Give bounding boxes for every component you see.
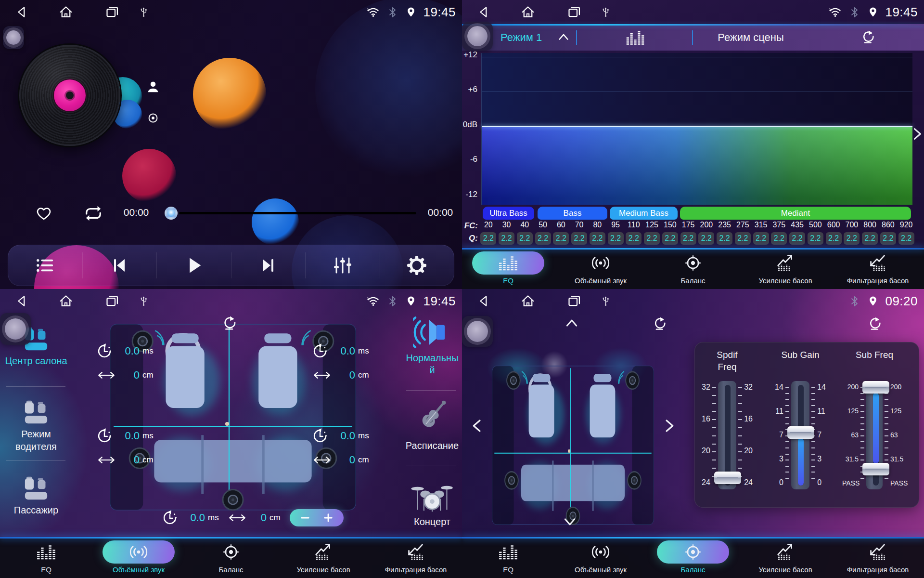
back-icon[interactable] [476,294,491,308]
chevron-right-icon[interactable] [907,126,924,142]
scene-item[interactable]: Нормальный [402,315,462,376]
reset-icon[interactable] [221,315,238,331]
chevron-left-icon[interactable] [468,418,486,434]
back-icon[interactable] [476,5,491,19]
slider-track[interactable] [718,381,736,489]
tab[interactable]: Усиление басов [739,248,832,289]
chevron-right-icon[interactable] [661,418,678,434]
q-value-chip[interactable]: 2.2 [517,232,533,245]
q-value-chip[interactable]: 2.2 [608,232,624,245]
q-value-chip[interactable]: 2.2 [717,232,732,245]
tab[interactable]: Баланс [647,248,739,289]
scene-item[interactable]: Концерт [402,475,462,527]
repeat-icon[interactable] [82,204,105,223]
q-value-chip[interactable]: 2.2 [480,232,496,245]
q-value-chip[interactable]: 2.2 [644,232,660,245]
scene-mode-button[interactable]: Режим сцены [698,31,804,44]
album-disc-icon[interactable] [147,112,159,124]
next-track-icon[interactable] [258,256,278,275]
band-chip-mediant[interactable]: Mediant [680,207,911,220]
preset-selector[interactable]: Режим 1 [500,31,542,44]
user-avatar[interactable] [462,22,493,51]
tab[interactable]: Баланс [647,537,739,578]
tab[interactable]: Фильтрация басов [832,248,924,289]
tab[interactable]: EQ [462,248,554,289]
artist-icon[interactable] [146,79,160,94]
tab[interactable]: Объёмный звук [554,537,647,578]
reset-icon[interactable] [867,316,883,331]
q-value-chip[interactable]: 2.2 [553,232,569,245]
tab[interactable]: EQ [0,537,92,578]
home-icon[interactable] [59,5,73,19]
chevron-down-icon[interactable] [561,514,578,529]
slider-track[interactable] [791,381,809,489]
q-value-chip[interactable]: 2.2 [753,232,769,245]
favorite-icon[interactable] [35,204,53,222]
q-value-chip[interactable]: 2.2 [499,232,514,245]
slider-thumb[interactable] [787,426,814,439]
q-value-chip[interactable]: 2.2 [826,232,842,245]
user-avatar[interactable] [462,316,493,347]
user-avatar[interactable] [3,26,24,49]
q-value-chip[interactable]: 2.2 [735,232,751,245]
recents-icon[interactable] [567,294,581,308]
user-avatar[interactable] [0,313,31,345]
recents-icon[interactable] [105,294,119,308]
scene-item[interactable]: Расписание [402,396,462,451]
q-value-chip[interactable]: 2.2 [880,232,896,245]
q-value-chip[interactable]: 2.2 [898,232,914,245]
q-value-chip[interactable]: 2.2 [662,232,678,245]
q-value-chip[interactable]: 2.2 [590,232,605,245]
car-cabin-map[interactable] [492,366,654,525]
band-chip-medium-bass[interactable]: Medium Bass [610,207,678,220]
settings-gear-icon[interactable] [407,255,427,276]
back-icon[interactable] [14,294,29,308]
home-icon[interactable] [521,294,535,308]
eq-bars-icon[interactable] [626,29,645,46]
tab[interactable]: EQ [462,537,554,578]
slider-track[interactable] [866,381,883,489]
q-value-chip[interactable]: 2.2 [571,232,587,245]
play-icon[interactable] [183,255,205,276]
tab[interactable]: Фильтрация басов [832,537,924,578]
q-value-chip[interactable]: 2.2 [680,232,696,245]
recents-icon[interactable] [105,5,119,19]
q-value-chip[interactable]: 2.2 [626,232,642,245]
q-value-chip[interactable]: 2.2 [535,232,551,245]
q-value-chip[interactable]: 2.2 [844,232,860,245]
playlist-icon[interactable] [35,256,55,275]
tab[interactable]: Усиление басов [739,537,832,578]
chevron-up-icon[interactable] [563,316,580,330]
tab[interactable]: Усиление басов [277,537,370,578]
reset-icon[interactable] [652,316,667,331]
home-icon[interactable] [521,5,535,19]
slider-thumb-upper[interactable] [862,381,889,394]
chevron-up-icon[interactable] [556,31,571,43]
previous-track-icon[interactable] [110,256,129,275]
slider-thumb-lower[interactable] [862,463,889,475]
q-value-chip[interactable]: 2.2 [808,232,823,245]
eq-curve-area[interactable] [481,53,912,205]
band-chip-ultra-bass[interactable]: Ultra Bass [483,207,534,220]
home-icon[interactable] [59,294,73,308]
equalizer-sliders-icon[interactable] [332,255,353,276]
back-icon[interactable] [14,5,29,19]
position-item[interactable]: Пассажир [0,476,72,516]
tab[interactable]: Объёмный звук [92,537,185,578]
seek-track[interactable] [179,212,416,214]
position-item[interactable]: Режим водителя [0,400,72,453]
reset-icon[interactable] [860,29,876,45]
tab[interactable]: Объёмный звук [554,248,647,289]
seek-knob[interactable] [165,207,178,220]
tab[interactable]: Баланс [185,537,277,578]
tab[interactable]: Фильтрация басов [370,537,462,578]
q-value-chip[interactable]: 2.2 [789,232,805,245]
recents-icon[interactable] [567,5,581,19]
q-value-chip[interactable]: 2.2 [698,232,714,245]
q-value-chip[interactable]: 2.2 [771,232,787,245]
increase-button[interactable] [323,512,334,523]
slider-thumb[interactable] [714,472,741,484]
q-value-chip[interactable]: 2.2 [862,232,878,245]
decrease-button[interactable] [300,512,310,523]
band-chip-bass[interactable]: Bass [538,207,607,220]
